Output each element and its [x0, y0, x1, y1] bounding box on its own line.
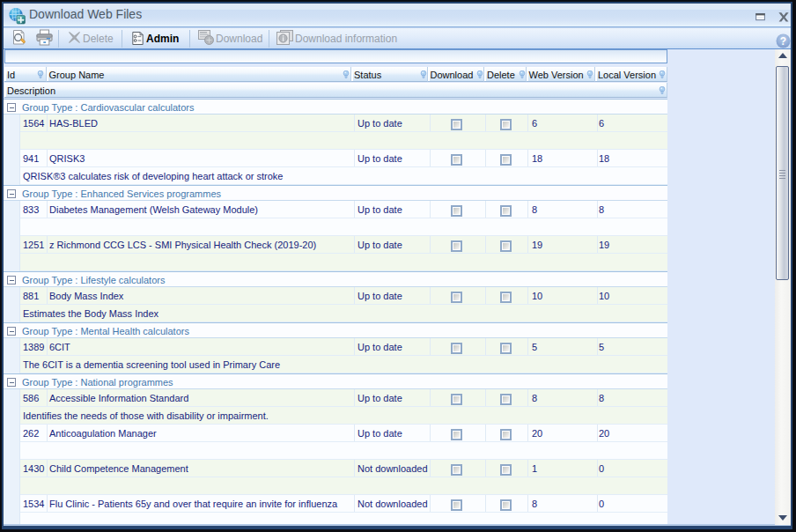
svg-text:?: ? — [780, 35, 786, 48]
